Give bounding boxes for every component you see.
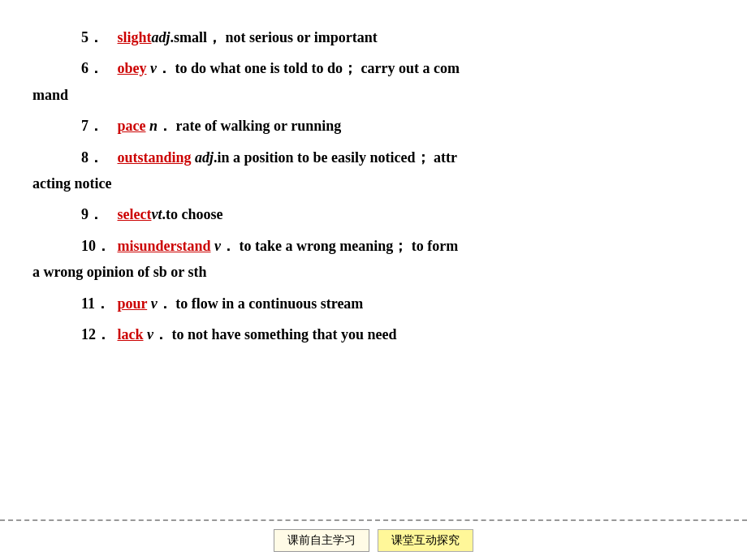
entry-10: 10． misunderstand v． to take a wrong mea… xyxy=(32,233,715,286)
entry-7-def: ． rate of walking or running xyxy=(158,118,341,134)
entry-10-def: ． to take a wrong meaning； to form xyxy=(221,238,458,254)
entry-7-blank: pace xyxy=(118,118,150,134)
entry-11-word: pour xyxy=(118,295,148,312)
entry-9-pos: vt xyxy=(151,206,162,222)
entry-5-word: slight xyxy=(118,29,152,45)
btn-classroom[interactable]: 课堂互动探究 xyxy=(378,529,473,552)
entry-12-def: ． to not have something that you need xyxy=(153,326,397,342)
entry-5-def: .small， not serious or important xyxy=(171,29,378,45)
entry-7: 7． pace n． rate of walking or running xyxy=(32,113,715,139)
entry-7-number: 7． xyxy=(81,113,114,139)
entry-8: 8． outstanding adj.in a position to be e… xyxy=(32,144,715,197)
entry-8-def: .in a position to be easily noticed； att… xyxy=(214,149,457,166)
entry-8-number: 8． xyxy=(81,144,114,170)
entry-10-continuation: a wrong opinion of sb or sth xyxy=(32,259,715,285)
entry-12-blank: lack xyxy=(118,326,148,342)
entry-11: 11． pour v． to flow in a continuous stre… xyxy=(32,291,715,317)
entry-6-pos: v xyxy=(150,60,157,76)
entry-9-word: select xyxy=(118,206,152,222)
entry-6-number: 6． xyxy=(81,55,114,81)
entry-9-def: .to choose xyxy=(162,206,222,222)
entry-8-word: outstanding xyxy=(118,149,192,166)
entry-11-def: ． to flow in a continuous stream xyxy=(158,295,364,312)
bottom-bar: 课前自主学习 课堂互动探究 xyxy=(0,519,747,560)
entry-11-blank: pour xyxy=(118,295,151,312)
content-area: 5． slightadj.small， not serious or impor… xyxy=(0,0,747,417)
entry-5-pos: adj xyxy=(152,29,171,45)
entry-12: 12． lack v． to not have something that y… xyxy=(32,321,715,347)
entry-9: 9． selectvt.to choose xyxy=(32,201,715,227)
entry-10-word: misunderstand xyxy=(118,238,211,254)
entry-6-word: obey xyxy=(118,60,147,76)
entry-10-number: 10． xyxy=(81,233,114,259)
entry-6-blank: obey xyxy=(118,60,151,76)
entry-11-number: 11． xyxy=(81,291,114,317)
entry-7-pos: n xyxy=(149,118,158,134)
entry-11-pos: v xyxy=(151,295,158,312)
entry-9-number: 9． xyxy=(81,201,114,227)
entry-5-blank: slight xyxy=(118,29,152,45)
entry-5: 5． slightadj.small， not serious or impor… xyxy=(32,24,715,50)
entry-12-word: lack xyxy=(118,326,144,342)
entry-10-blank: misunderstand xyxy=(118,238,215,254)
entry-5-number: 5． xyxy=(81,24,114,50)
entry-6-continuation: mand xyxy=(32,82,715,108)
entry-12-pos: v xyxy=(147,326,153,342)
entry-8-blank: outstanding xyxy=(118,149,196,166)
entry-6: 6． obey v． to do what one is told to do；… xyxy=(32,55,715,108)
entry-10-pos: v xyxy=(214,238,221,254)
entry-7-word: pace xyxy=(118,118,146,134)
entry-6-def: ． to do what one is told to do； carry ou… xyxy=(157,60,460,76)
entry-8-pos: adj xyxy=(195,149,214,166)
entry-8-continuation: acting notice xyxy=(32,170,715,196)
btn-self-study[interactable]: 课前自主学习 xyxy=(274,529,369,552)
entry-12-number: 12． xyxy=(81,321,114,347)
entry-9-blank: select xyxy=(118,206,152,222)
